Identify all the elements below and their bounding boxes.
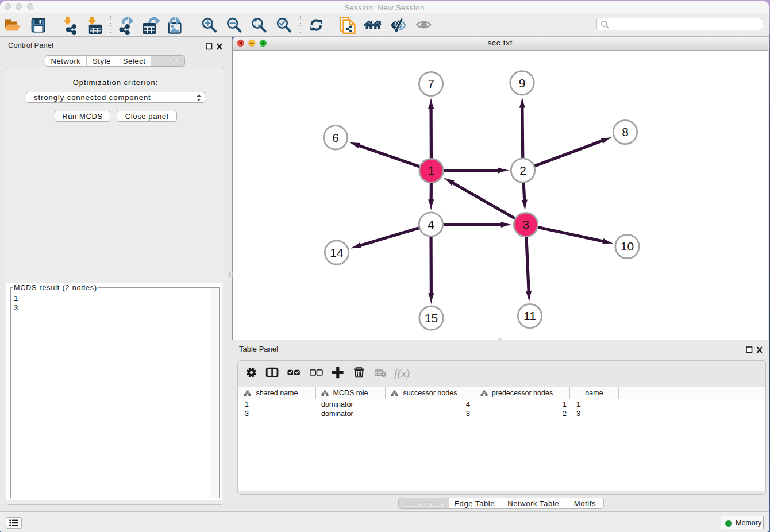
svg-text:2: 2 [519, 164, 526, 177]
svg-text:f(x): f(x) [394, 367, 410, 380]
svg-text:7: 7 [428, 77, 434, 90]
svg-text:3: 3 [522, 218, 529, 231]
svg-text:15: 15 [425, 311, 438, 325]
svg-text:11: 11 [523, 309, 536, 322]
svg-text:10: 10 [621, 240, 634, 253]
svg-text:8: 8 [622, 125, 629, 138]
svg-text:14: 14 [330, 246, 344, 259]
svg-text:1: 1 [428, 164, 435, 177]
svg-text:6: 6 [332, 131, 339, 144]
svg-text:4: 4 [428, 218, 434, 231]
svg-text:9: 9 [519, 76, 526, 90]
